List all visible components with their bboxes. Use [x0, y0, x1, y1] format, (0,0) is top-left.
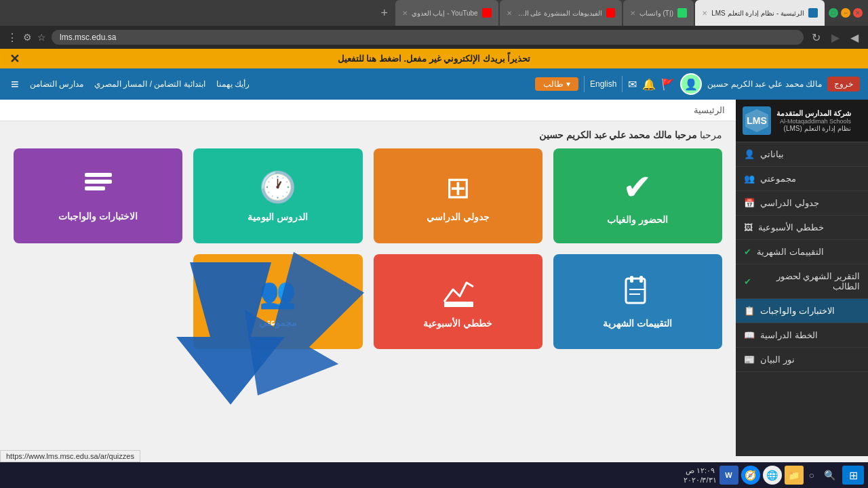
max-window-button[interactable]: □	[829, 8, 838, 18]
sidebar-item-exams-label: الاختبارات والواجبات	[760, 306, 835, 316]
svg-rect-7	[630, 276, 633, 283]
close-notif-button[interactable]: ✕	[9, 52, 20, 66]
sidebar-item-noor[interactable]: نور البيان 📰	[736, 348, 868, 372]
content-area: الرئيسية مرحبا مرحبا مالك محمد علي عبد ا…	[0, 100, 736, 456]
extensions-button[interactable]: ⚙	[23, 32, 32, 43]
taskbar-word-icon[interactable]: W	[719, 466, 738, 485]
sidebar-item-monthly-assessments[interactable]: التقييمات الشهرية ✔	[736, 240, 868, 264]
user-icon: 👤	[744, 149, 755, 159]
tab-close-button-2[interactable]: ✕	[630, 9, 635, 17]
back-button[interactable]: ◀	[848, 30, 861, 45]
tile-monthly[interactable]: التقييمات الشهرية	[553, 254, 722, 349]
nav-divider	[622, 76, 623, 92]
hamburger-menu[interactable]: ≡	[11, 77, 19, 92]
browser-window-controls[interactable]: ✕ − □	[829, 8, 863, 18]
taskbar-chrome-icon[interactable]: 🌐	[763, 466, 782, 485]
tab-label-2: (إT) واتساب	[639, 9, 674, 17]
attendance-label: الحضور والغياب	[607, 214, 668, 225]
tile-daily-lessons[interactable]: 🕐 الدروس اليومية	[193, 148, 362, 243]
sidebar-item-monthly-report-label: التقرير الشهري لحضور الطالب	[757, 271, 860, 291]
tab-close-button-3[interactable]: ✕	[507, 9, 512, 17]
exams-label: الاختبارات والواجبات	[58, 211, 138, 222]
taskbar: ⊞ 🔍 ○ 📁 🌐 🧭 W ١٢:٠٩ ص ٢٠٢٠/٣/٣١ https://…	[0, 462, 868, 488]
sidebar-item-weekly-plans[interactable]: خططي الأسبوعية 🖼	[736, 216, 868, 240]
sidebar-logo-text: شركة المدارس المتقدمة Al-Motaqaddimah Sc…	[776, 109, 851, 132]
svg-rect-3	[85, 173, 112, 177]
sidebar-item-schedule[interactable]: جدولي الدراسي 📅	[736, 191, 868, 216]
sidebar-logo: شركة المدارس المتقدمة Al-Motaqaddimah Sc…	[736, 100, 868, 142]
daily-lessons-label: الدروس اليومية	[248, 211, 308, 222]
sidebar: شركة المدارس المتقدمة Al-Motaqaddimah Sc…	[736, 100, 868, 456]
taskbar-file-icon[interactable]: 📁	[785, 466, 804, 485]
refresh-button[interactable]: ↻	[809, 30, 823, 45]
taskbar-clock: ١٢:٠٩ ص ٢٠٢٠/٣/٣١	[684, 466, 716, 485]
min-window-button[interactable]: −	[841, 8, 850, 18]
tab-favicon-4	[482, 8, 492, 18]
address-bar[interactable]	[52, 30, 804, 45]
taskbar-cortana-button[interactable]: ○	[806, 468, 817, 482]
breadcrumb: الرئيسية	[0, 100, 736, 121]
taskbar-safari-icon[interactable]: 🧭	[741, 466, 760, 485]
svg-rect-5	[85, 186, 105, 190]
bell-icon[interactable]: 🔔	[642, 78, 656, 91]
newspaper-icon: 📰	[744, 354, 755, 365]
language-switch[interactable]: English	[590, 79, 616, 89]
tile-schedule[interactable]: ⊞ جدولي الدراسي	[374, 148, 542, 243]
group-icon: 👥	[744, 174, 755, 184]
role-badge[interactable]: ▾ طالب	[535, 77, 578, 91]
forward-button[interactable]: ▶	[829, 30, 842, 45]
sidebar-item-my-data[interactable]: بياناتي 👤	[736, 142, 868, 167]
nav-item-feedback[interactable]: رأيك يهمنا	[216, 79, 250, 89]
sidebar-item-my-group-label: مجموعتي	[760, 174, 796, 184]
tab-youtube[interactable]: YouTube - إياب العدوي ✕	[395, 0, 498, 26]
nav-item-school[interactable]: ابتدائية التضامن / المسار المصري	[94, 79, 205, 89]
sidebar-item-my-group[interactable]: مجموعتي 👥	[736, 167, 868, 191]
tab-favicon-3	[606, 8, 615, 18]
sidebar-item-study-plan-label: الخطة الدراسية	[760, 330, 818, 340]
svg-rect-4	[85, 180, 112, 184]
tab-lms[interactable]: الرئيسية - نظام إدارة التعلم LMS ✕	[695, 0, 825, 26]
schedule-icon: ⊞	[446, 170, 471, 205]
mail-icon[interactable]: ✉	[628, 78, 637, 91]
tile-weekly[interactable]: خططي الأسبوعية	[374, 254, 542, 349]
breadcrumb-text: الرئيسية	[694, 105, 725, 115]
taskbar-search-button[interactable]: 🔍	[820, 468, 840, 482]
notification-bar: ✕ تحذيراً بريدك الإلكتروني غير مفعل. اضغ…	[0, 49, 868, 68]
sidebar-item-weekly-plans-label: خططي الأسبوعية	[758, 222, 824, 232]
notif-text: تحذيراً بريدك الإلكتروني غير مفعل. اضغط …	[338, 54, 531, 64]
tab-close-button[interactable]: ✕	[702, 9, 707, 17]
svg-marker-11	[444, 302, 473, 307]
taskbar-start-button[interactable]: ⊞	[842, 466, 864, 485]
exams-icon	[81, 171, 115, 204]
role-dropdown-arrow: ▾	[566, 79, 570, 89]
browser-tabs: الرئيسية - نظام إدارة التعلم LMS ✕ (إT) …	[5, 0, 825, 26]
tile-my-group[interactable]: 👥 مجموعتي	[193, 254, 362, 349]
tab-videos[interactable]: الفيديوهات المنشورة على القناة ... ✕	[500, 0, 622, 26]
attendance-icon: ✔	[623, 167, 652, 207]
sidebar-item-study-plan[interactable]: الخطة الدراسية 📖	[736, 323, 868, 348]
avatar[interactable]: 👤	[680, 73, 702, 95]
svg-text:LMS: LMS	[747, 115, 767, 126]
clock-icon: 🕐	[259, 169, 296, 205]
new-tab-button[interactable]: +	[375, 3, 394, 22]
welcome-message: مرحبا مرحبا مالك محمد علي عبد الكريم حسي…	[0, 121, 736, 146]
flag-icon[interactable]: 🚩	[661, 78, 675, 91]
welcome-username: مرحبا مالك محمد علي عبد الكريم حسين	[539, 129, 697, 140]
check-icon-2: ✔	[744, 277, 751, 287]
nav-username: مالك محمد علي عبد الكريم حسين	[707, 79, 822, 89]
calendar-icon: 📅	[744, 198, 755, 208]
menu-button[interactable]: ⋮	[7, 31, 18, 44]
sidebar-item-exams[interactable]: الاختبارات والواجبات 📋	[736, 299, 868, 323]
tab-whatsapp[interactable]: (إT) واتساب ✕	[623, 0, 694, 26]
weekly-icon	[441, 274, 475, 311]
tile-exams[interactable]: الاختبارات والواجبات	[14, 148, 182, 243]
tile-attendance[interactable]: ✔ الحضور والغياب	[553, 148, 722, 243]
nav-item-schools[interactable]: مدارس التضامن	[30, 79, 83, 89]
tab-close-button-4[interactable]: ✕	[402, 9, 408, 17]
logout-button[interactable]: خروج	[827, 77, 860, 92]
bookmark-button[interactable]: ☆	[37, 32, 46, 43]
close-window-button[interactable]: ✕	[853, 8, 863, 18]
check-icon-1: ✔	[744, 247, 751, 257]
sidebar-item-monthly-report[interactable]: التقرير الشهري لحضور الطالب ✔	[736, 264, 868, 299]
nav-links: رأيك يهمنا ابتدائية التضامن / المسار الم…	[30, 79, 250, 89]
